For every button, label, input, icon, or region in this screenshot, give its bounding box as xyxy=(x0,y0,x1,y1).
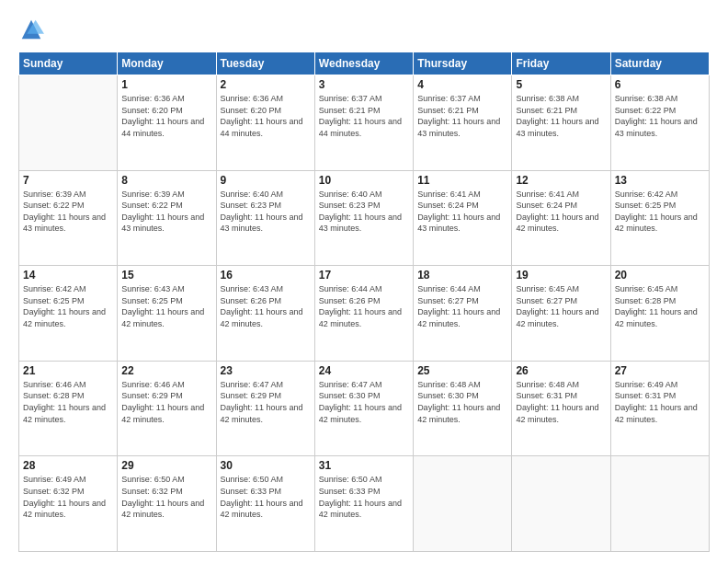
day-number: 22 xyxy=(121,364,211,377)
day-number: 3 xyxy=(319,78,409,91)
table-row: 17Sunrise: 6:44 AM Sunset: 6:26 PM Dayli… xyxy=(314,266,413,362)
calendar-header-row: Sunday Monday Tuesday Wednesday Thursday… xyxy=(19,52,710,75)
table-row: 31Sunrise: 6:50 AM Sunset: 6:33 PM Dayli… xyxy=(314,456,413,552)
cell-info: Sunrise: 6:46 AM Sunset: 6:28 PM Dayligh… xyxy=(23,379,113,425)
cell-info: Sunrise: 6:39 AM Sunset: 6:22 PM Dayligh… xyxy=(121,189,211,235)
day-number: 31 xyxy=(319,459,409,472)
table-row: 26Sunrise: 6:48 AM Sunset: 6:31 PM Dayli… xyxy=(512,361,610,456)
cell-info: Sunrise: 6:48 AM Sunset: 6:30 PM Dayligh… xyxy=(417,379,507,425)
logo xyxy=(18,17,48,42)
day-number: 12 xyxy=(516,174,606,187)
cell-info: Sunrise: 6:47 AM Sunset: 6:30 PM Dayligh… xyxy=(319,379,409,425)
cell-info: Sunrise: 6:43 AM Sunset: 6:25 PM Dayligh… xyxy=(121,283,211,329)
cell-info: Sunrise: 6:47 AM Sunset: 6:29 PM Dayligh… xyxy=(221,379,311,425)
cell-info: Sunrise: 6:38 AM Sunset: 6:21 PM Dayligh… xyxy=(516,93,606,139)
cell-info: Sunrise: 6:50 AM Sunset: 6:33 PM Dayligh… xyxy=(221,474,311,520)
day-number: 5 xyxy=(516,78,606,91)
table-row: 14Sunrise: 6:42 AM Sunset: 6:25 PM Dayli… xyxy=(19,266,118,362)
day-number: 20 xyxy=(615,269,705,282)
table-row: 25Sunrise: 6:48 AM Sunset: 6:30 PM Dayli… xyxy=(414,361,512,456)
day-number: 2 xyxy=(221,78,311,91)
table-row: 27Sunrise: 6:49 AM Sunset: 6:31 PM Dayli… xyxy=(610,361,709,456)
day-number: 13 xyxy=(615,174,705,187)
day-number: 14 xyxy=(23,269,113,282)
day-number: 10 xyxy=(319,174,409,187)
day-number: 29 xyxy=(121,459,211,472)
table-row: 21Sunrise: 6:46 AM Sunset: 6:28 PM Dayli… xyxy=(19,361,118,456)
table-row: 7Sunrise: 6:39 AM Sunset: 6:22 PM Daylig… xyxy=(19,170,118,266)
cell-info: Sunrise: 6:49 AM Sunset: 6:32 PM Dayligh… xyxy=(23,474,113,520)
cell-info: Sunrise: 6:50 AM Sunset: 6:32 PM Dayligh… xyxy=(121,474,211,520)
table-row: 29Sunrise: 6:50 AM Sunset: 6:32 PM Dayli… xyxy=(118,456,216,552)
col-saturday: Saturday xyxy=(610,52,709,75)
table-row: 30Sunrise: 6:50 AM Sunset: 6:33 PM Dayli… xyxy=(216,456,314,552)
cell-info: Sunrise: 6:45 AM Sunset: 6:27 PM Dayligh… xyxy=(516,283,606,329)
cell-info: Sunrise: 6:42 AM Sunset: 6:25 PM Dayligh… xyxy=(23,283,113,329)
table-row: 19Sunrise: 6:45 AM Sunset: 6:27 PM Dayli… xyxy=(512,266,610,362)
day-number: 8 xyxy=(121,174,211,187)
cell-info: Sunrise: 6:45 AM Sunset: 6:28 PM Dayligh… xyxy=(615,283,705,329)
table-row: 15Sunrise: 6:43 AM Sunset: 6:25 PM Dayli… xyxy=(118,266,216,362)
table-row: 5Sunrise: 6:38 AM Sunset: 6:21 PM Daylig… xyxy=(512,75,610,171)
col-sunday: Sunday xyxy=(19,52,118,75)
cell-info: Sunrise: 6:40 AM Sunset: 6:23 PM Dayligh… xyxy=(319,189,409,235)
day-number: 7 xyxy=(23,174,113,187)
table-row xyxy=(19,75,118,171)
table-row xyxy=(512,456,610,552)
day-number: 28 xyxy=(23,459,113,472)
table-row: 13Sunrise: 6:42 AM Sunset: 6:25 PM Dayli… xyxy=(610,170,709,266)
table-row: 4Sunrise: 6:37 AM Sunset: 6:21 PM Daylig… xyxy=(414,75,512,171)
table-row: 20Sunrise: 6:45 AM Sunset: 6:28 PM Dayli… xyxy=(610,266,709,362)
day-number: 16 xyxy=(221,269,311,282)
day-number: 17 xyxy=(319,269,409,282)
day-number: 27 xyxy=(615,364,705,377)
table-row: 16Sunrise: 6:43 AM Sunset: 6:26 PM Dayli… xyxy=(216,266,314,362)
calendar-page: Sunday Monday Tuesday Wednesday Thursday… xyxy=(0,0,728,563)
col-thursday: Thursday xyxy=(414,52,512,75)
table-row xyxy=(610,456,709,552)
day-number: 30 xyxy=(221,459,311,472)
day-number: 6 xyxy=(615,78,705,91)
day-number: 23 xyxy=(221,364,311,377)
day-number: 24 xyxy=(319,364,409,377)
cell-info: Sunrise: 6:36 AM Sunset: 6:20 PM Dayligh… xyxy=(121,93,211,139)
cell-info: Sunrise: 6:48 AM Sunset: 6:31 PM Dayligh… xyxy=(516,379,606,425)
day-number: 26 xyxy=(516,364,606,377)
cell-info: Sunrise: 6:44 AM Sunset: 6:27 PM Dayligh… xyxy=(417,283,507,329)
table-row: 10Sunrise: 6:40 AM Sunset: 6:23 PM Dayli… xyxy=(314,170,413,266)
table-row: 11Sunrise: 6:41 AM Sunset: 6:24 PM Dayli… xyxy=(414,170,512,266)
calendar-week-row: 1Sunrise: 6:36 AM Sunset: 6:20 PM Daylig… xyxy=(19,75,710,171)
table-row: 18Sunrise: 6:44 AM Sunset: 6:27 PM Dayli… xyxy=(414,266,512,362)
day-number: 11 xyxy=(417,174,507,187)
calendar-week-row: 28Sunrise: 6:49 AM Sunset: 6:32 PM Dayli… xyxy=(19,456,710,552)
table-row: 1Sunrise: 6:36 AM Sunset: 6:20 PM Daylig… xyxy=(118,75,216,171)
col-friday: Friday xyxy=(512,52,610,75)
col-monday: Monday xyxy=(118,52,216,75)
table-row: 12Sunrise: 6:41 AM Sunset: 6:24 PM Dayli… xyxy=(512,170,610,266)
table-row: 9Sunrise: 6:40 AM Sunset: 6:23 PM Daylig… xyxy=(216,170,314,266)
day-number: 4 xyxy=(417,78,507,91)
table-row: 6Sunrise: 6:38 AM Sunset: 6:22 PM Daylig… xyxy=(610,75,709,171)
cell-info: Sunrise: 6:43 AM Sunset: 6:26 PM Dayligh… xyxy=(221,283,311,329)
day-number: 25 xyxy=(417,364,507,377)
cell-info: Sunrise: 6:39 AM Sunset: 6:22 PM Dayligh… xyxy=(23,189,113,235)
cell-info: Sunrise: 6:50 AM Sunset: 6:33 PM Dayligh… xyxy=(319,474,409,520)
table-row: 2Sunrise: 6:36 AM Sunset: 6:20 PM Daylig… xyxy=(216,75,314,171)
cell-info: Sunrise: 6:41 AM Sunset: 6:24 PM Dayligh… xyxy=(417,189,507,235)
day-number: 9 xyxy=(221,174,311,187)
cell-info: Sunrise: 6:44 AM Sunset: 6:26 PM Dayligh… xyxy=(319,283,409,329)
col-wednesday: Wednesday xyxy=(314,52,413,75)
table-row xyxy=(414,456,512,552)
cell-info: Sunrise: 6:41 AM Sunset: 6:24 PM Dayligh… xyxy=(516,189,606,235)
cell-info: Sunrise: 6:37 AM Sunset: 6:21 PM Dayligh… xyxy=(319,93,409,139)
table-row: 3Sunrise: 6:37 AM Sunset: 6:21 PM Daylig… xyxy=(314,75,413,171)
table-row: 24Sunrise: 6:47 AM Sunset: 6:30 PM Dayli… xyxy=(314,361,413,456)
table-row: 22Sunrise: 6:46 AM Sunset: 6:29 PM Dayli… xyxy=(118,361,216,456)
cell-info: Sunrise: 6:49 AM Sunset: 6:31 PM Dayligh… xyxy=(615,379,705,425)
cell-info: Sunrise: 6:40 AM Sunset: 6:23 PM Dayligh… xyxy=(221,189,311,235)
cell-info: Sunrise: 6:37 AM Sunset: 6:21 PM Dayligh… xyxy=(417,93,507,139)
calendar-week-row: 7Sunrise: 6:39 AM Sunset: 6:22 PM Daylig… xyxy=(19,170,710,266)
day-number: 1 xyxy=(121,78,211,91)
header xyxy=(18,17,710,42)
day-number: 18 xyxy=(417,269,507,282)
